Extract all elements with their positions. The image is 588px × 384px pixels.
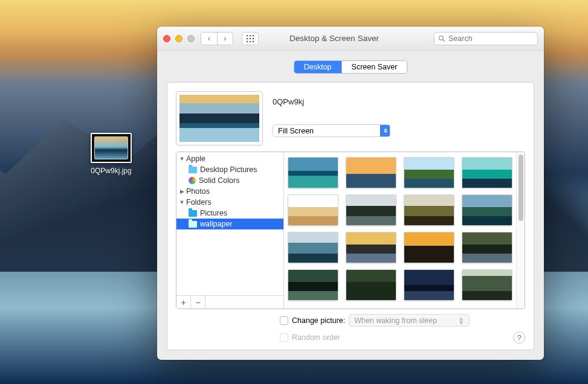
folder-icon — [189, 221, 197, 228]
random-order-label: Random order — [292, 333, 340, 342]
remove-folder-button[interactable]: − — [191, 296, 205, 309]
desktop-panel: 0QPw9kj Fill Screen ▼Apple Desktop Pictu… — [167, 82, 534, 350]
wallpaper-thumb[interactable] — [462, 232, 512, 263]
tree-group-photos[interactable]: ▶Photos — [176, 186, 283, 197]
search-field[interactable] — [434, 32, 538, 45]
current-wallpaper-preview — [176, 91, 263, 146]
wallpaper-thumb[interactable] — [346, 232, 396, 263]
tree-item-wallpaper[interactable]: wallpaper — [176, 219, 283, 229]
svg-rect-8 — [253, 40, 254, 42]
tree-item-desktop-pictures[interactable]: Desktop Pictures — [176, 164, 283, 175]
random-order-checkbox — [280, 333, 288, 342]
tree-item-solid-colors[interactable]: Solid Colors — [176, 175, 283, 186]
folder-icon — [189, 210, 197, 217]
svg-rect-0 — [247, 35, 248, 36]
wallpaper-thumb[interactable] — [288, 194, 338, 226]
prefs-window: ‹ › Desktop & Screen Saver Desktop Scree… — [157, 27, 544, 360]
forward-button[interactable]: › — [217, 33, 233, 45]
wallpaper-gallery — [284, 152, 516, 309]
svg-line-10 — [443, 39, 445, 41]
disclosure-open-icon: ▼ — [179, 156, 185, 162]
tab-screensaver[interactable]: Screen Saver — [341, 61, 407, 73]
close-icon[interactable] — [163, 35, 170, 42]
wallpaper-thumb[interactable] — [346, 194, 396, 226]
change-picture-checkbox[interactable] — [280, 316, 288, 325]
svg-rect-3 — [247, 37, 248, 39]
wallpaper-thumb[interactable] — [346, 157, 396, 188]
disclosure-closed-icon: ▶ — [179, 188, 185, 194]
desktop-file[interactable]: 0QPw9kj.jpg — [85, 133, 138, 175]
svg-rect-5 — [253, 37, 254, 39]
tree-group-apple[interactable]: ▼Apple — [176, 153, 283, 164]
wallpaper-thumb[interactable] — [404, 232, 454, 263]
scrollbar-knob[interactable] — [519, 155, 523, 221]
show-all-button[interactable] — [242, 32, 259, 45]
wallpaper-thumb[interactable] — [288, 232, 338, 263]
svg-rect-1 — [250, 35, 251, 36]
wallpaper-thumb[interactable] — [404, 157, 454, 188]
help-button[interactable]: ? — [513, 331, 525, 344]
wallpaper-thumb[interactable] — [462, 194, 512, 226]
grid-icon — [247, 35, 254, 42]
fit-mode-value: Fill Screen — [273, 127, 380, 135]
wallpaper-thumb[interactable] — [462, 157, 512, 188]
svg-rect-4 — [250, 37, 251, 39]
current-wallpaper-name: 0QPw9kj — [273, 97, 525, 106]
change-interval-select: When waking from sleep ▲▼ — [349, 314, 470, 327]
search-input[interactable] — [448, 34, 543, 43]
wallpaper-thumb[interactable] — [346, 269, 396, 301]
color-wheel-icon — [189, 177, 196, 184]
add-folder-button[interactable]: + — [176, 296, 191, 309]
window-controls — [163, 35, 195, 42]
disclosure-open-icon: ▼ — [179, 199, 185, 205]
tab-desktop[interactable]: Desktop — [294, 61, 341, 73]
wallpaper-thumb[interactable] — [462, 269, 512, 301]
titlebar: ‹ › Desktop & Screen Saver — [157, 27, 544, 51]
minimize-icon[interactable] — [175, 35, 183, 42]
source-sidebar: ▼Apple Desktop Pictures Solid Colors ▶Ph… — [176, 152, 284, 309]
file-thumbnail — [91, 133, 132, 163]
main-tabs: Desktop Screen Saver — [294, 60, 408, 74]
fit-mode-select[interactable]: Fill Screen — [273, 124, 390, 137]
window-title: Desktop & Screen Saver — [263, 34, 429, 43]
change-interval-value: When waking from sleep — [354, 316, 437, 325]
svg-rect-7 — [250, 40, 251, 42]
zoom-icon — [187, 35, 195, 42]
folder-icon — [189, 167, 197, 173]
svg-rect-2 — [253, 35, 254, 36]
chevron-updown-icon: ▲▼ — [458, 316, 464, 325]
wallpaper-thumb[interactable] — [288, 157, 338, 188]
wallpaper-thumb[interactable] — [288, 269, 338, 301]
change-picture-label: Change picture: — [292, 316, 345, 325]
tree-item-pictures[interactable]: Pictures — [176, 208, 283, 219]
svg-rect-6 — [247, 40, 248, 42]
chevron-updown-icon — [380, 125, 390, 136]
file-label: 0QPw9kj.jpg — [85, 167, 138, 175]
wallpaper-thumb[interactable] — [404, 194, 454, 226]
wallpaper-thumb[interactable] — [404, 269, 454, 301]
search-icon — [438, 35, 445, 42]
gallery-scrollbar[interactable] — [516, 152, 525, 309]
tree-group-folders[interactable]: ▼Folders — [176, 197, 283, 208]
nav-back-forward: ‹ › — [201, 32, 233, 45]
back-button[interactable]: ‹ — [201, 33, 217, 45]
